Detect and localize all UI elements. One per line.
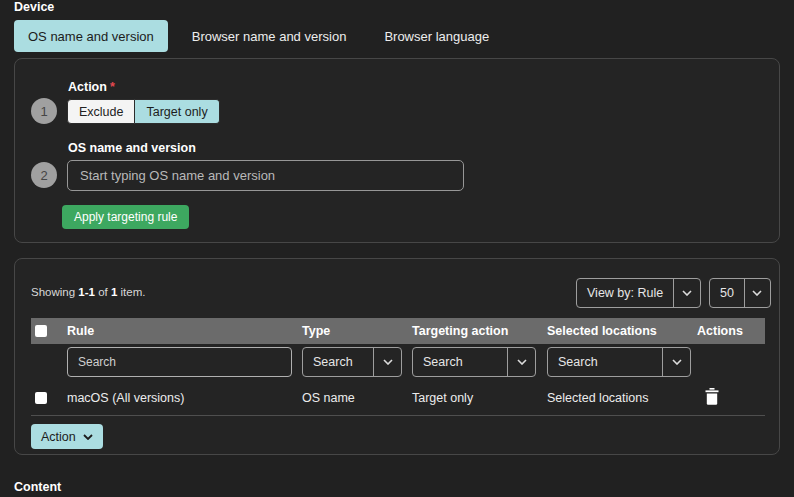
apply-targeting-rule-button[interactable]: Apply targeting rule (62, 205, 189, 229)
chevron-down-icon (507, 348, 535, 376)
type-filter-dropdown[interactable]: Search (302, 347, 402, 377)
step-2-badge: 2 (31, 162, 57, 188)
rule-search-input[interactable] (67, 347, 292, 377)
required-asterisk: * (110, 80, 115, 94)
step-1-badge: 1 (31, 98, 57, 124)
device-tabs: OS name and version Browser name and ver… (14, 20, 503, 52)
chevron-down-icon (373, 348, 401, 376)
cell-selected-locations: Selected locations (547, 391, 697, 405)
chevron-down-icon (83, 434, 93, 440)
action-segmented-control: Exclude Target only (67, 99, 220, 124)
delete-rule-button[interactable] (705, 388, 719, 408)
tab-browser-name-and-version[interactable]: Browser name and version (178, 20, 361, 52)
summary-prefix: Showing (31, 286, 78, 298)
page-size-dropdown[interactable]: 50 (709, 278, 771, 308)
type-filter-value: Search (303, 348, 373, 376)
exclude-button[interactable]: Exclude (67, 99, 135, 124)
select-all-checkbox[interactable] (35, 325, 47, 337)
targeting-rule-form-panel: 1 Action* Exclude Target only 2 OS name … (14, 58, 780, 243)
summary-mid: of (95, 286, 111, 298)
column-header-type[interactable]: Type (302, 324, 412, 338)
column-header-targeting-action[interactable]: Targeting action (412, 324, 547, 338)
bulk-action-button[interactable]: Action (31, 424, 103, 449)
tab-os-name-and-version[interactable]: OS name and version (14, 20, 168, 52)
table-filter-row: Search Search Search (31, 344, 765, 380)
summary-range: 1-1 (78, 286, 95, 298)
view-by-value: View by: Rule (577, 279, 673, 307)
os-name-version-input[interactable] (67, 160, 464, 191)
chevron-down-icon (662, 348, 690, 376)
chevron-down-icon (673, 279, 700, 307)
device-section-title: Device (14, 0, 54, 14)
selected-locations-filter-dropdown[interactable]: Search (547, 347, 691, 377)
column-header-selected-locations[interactable]: Selected locations (547, 324, 697, 338)
trash-icon (705, 388, 719, 405)
column-header-rule[interactable]: Rule (67, 324, 302, 338)
bulk-action-label: Action (41, 430, 76, 444)
results-summary: Showing 1-1 of 1 item. (31, 286, 145, 298)
action-field-label: Action* (68, 80, 115, 94)
summary-suffix: item. (117, 286, 145, 298)
action-label-text: Action (68, 80, 107, 94)
content-section-title: Content (14, 480, 61, 494)
tab-browser-language[interactable]: Browser language (370, 20, 503, 52)
page-size-value: 50 (710, 279, 744, 307)
targeting-filter-value: Search (413, 348, 507, 376)
cell-targeting-action: Target only (412, 391, 547, 405)
column-header-actions: Actions (697, 324, 765, 338)
locations-filter-value: Search (548, 348, 662, 376)
cell-type: OS name (302, 391, 412, 405)
rules-table-panel: Showing 1-1 of 1 item. View by: Rule 50 … (14, 258, 780, 455)
target-only-button[interactable]: Target only (135, 99, 219, 124)
chevron-down-icon (744, 279, 770, 307)
targeting-action-filter-dropdown[interactable]: Search (412, 347, 536, 377)
table-header-row: Rule Type Targeting action Selected loca… (31, 318, 765, 344)
os-name-version-label: OS name and version (68, 141, 196, 155)
table-row: macOS (All versions) OS name Target only… (31, 380, 765, 416)
view-by-dropdown[interactable]: View by: Rule (576, 278, 701, 308)
row-checkbox[interactable] (35, 392, 47, 404)
cell-rule: macOS (All versions) (67, 391, 302, 405)
